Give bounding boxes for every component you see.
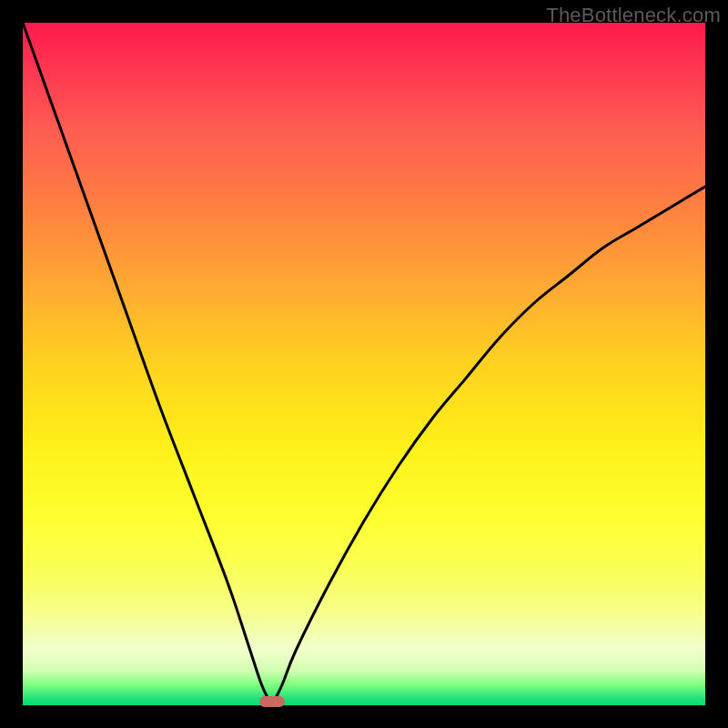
- bottleneck-curve: [23, 23, 705, 705]
- watermark-text: TheBottleneck.com: [546, 4, 721, 27]
- optimal-marker: [259, 696, 285, 707]
- chart-area: [23, 23, 705, 705]
- curve-path: [23, 23, 705, 705]
